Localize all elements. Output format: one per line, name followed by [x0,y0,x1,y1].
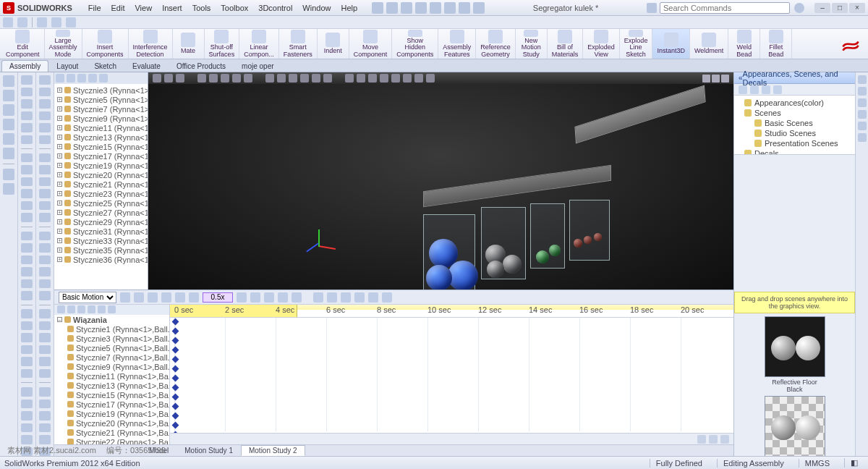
vp-icon[interactable] [403,74,412,83]
expand-icon[interactable]: + [57,191,62,196]
tool-icon[interactable] [21,435,33,444]
mt-icon[interactable] [292,292,302,303]
vp-icon[interactable] [312,74,320,83]
tool-icon[interactable] [3,183,14,195]
tool-icon[interactable] [39,255,51,265]
tool-icon[interactable] [21,387,33,397]
tool-icon[interactable] [39,123,51,132]
qr-icon[interactable] [37,17,47,28]
mt-calculate-icon[interactable] [134,292,144,303]
vp-icon[interactable] [197,74,206,83]
mtree-icon[interactable] [77,305,85,313]
tool-icon[interactable] [39,357,51,366]
tab-assembly[interactable]: Assembly [1,60,48,72]
mt-icon[interactable] [327,292,337,303]
qat-rebuild-icon[interactable] [459,2,470,14]
expand-icon[interactable]: + [57,97,62,102]
motion-item[interactable]: Stycznie21 (Rynna<1>,Ba... [54,428,169,437]
mt-play-start-icon[interactable] [148,292,158,303]
qat-new-icon[interactable] [372,2,383,14]
expand-icon[interactable]: + [57,172,62,177]
expand-icon[interactable]: + [57,125,62,130]
expand-icon[interactable]: + [57,182,62,187]
mt-icon[interactable] [341,292,351,303]
feature-item[interactable]: +Stycznie20 (Rynna<1... [54,170,148,179]
tool-icon[interactable] [39,213,51,222]
tool-icon[interactable] [39,201,51,211]
qat-redo-icon[interactable] [444,2,456,14]
tool-icon[interactable] [21,309,33,318]
tool-icon[interactable] [39,153,51,163]
motion-root[interactable]: –Wiązania [54,315,169,324]
vp-icon[interactable] [323,74,332,83]
tool-icon[interactable] [21,99,33,109]
tool-icon[interactable] [39,435,51,444]
appearances-tree[interactable]: Appearances(color)ScenesBasic ScenesStud… [734,96,855,155]
expand-icon[interactable]: + [57,163,62,168]
tool-icon[interactable] [39,321,51,331]
feature-item[interactable]: +Stycznie25 (Rynna<1... [54,198,148,208]
qat-options-icon[interactable] [473,2,485,14]
expand-icon[interactable]: + [57,153,62,159]
mt-icon[interactable] [250,292,260,303]
tool-icon[interactable] [39,75,51,85]
mt-icon[interactable] [368,292,378,303]
tool-icon[interactable] [39,232,51,241]
tool-icon[interactable] [39,387,51,397]
tool-icon[interactable] [21,177,33,187]
tool-icon[interactable] [21,88,33,97]
motion-item[interactable]: Stycznie19 (Rynna<1>,Ba... [54,409,169,418]
expand-icon[interactable]: + [57,116,62,121]
mt-icon[interactable] [278,292,288,303]
help-icon[interactable] [794,3,804,13]
mt-icon[interactable] [189,292,199,303]
expand-icon[interactable]: + [57,238,62,243]
tool-icon[interactable] [21,201,33,211]
expand-icon[interactable]: + [57,106,62,111]
tptab-icon[interactable] [858,87,867,96]
tool-icon[interactable] [3,104,14,116]
vp-icon[interactable] [277,74,286,83]
appearance-tree-item[interactable]: Scenes [737,108,852,118]
motion-item[interactable]: Stycznie11 (Rynna<1>,Ba... [54,371,169,381]
tool-icon[interactable] [39,279,51,289]
appearance-tree-item[interactable]: Appearances(color) [737,98,852,108]
feature-item[interactable]: +Stycznie33 (Rynna<1... [54,236,148,245]
motion-item[interactable]: Stycznie13 (Rynna<1>,Ba... [54,381,169,390]
feature-item[interactable]: +Stycznie21 (Rynna<1... [54,179,148,189]
feature-item[interactable]: +Stycznie11 (Rynna<1... [54,123,148,132]
tree-tab-icon[interactable] [99,74,108,83]
tool-icon[interactable] [21,400,33,409]
motion-item[interactable]: Stycznie5 (Rynna<1>,Ball... [54,343,169,352]
vp-icon[interactable] [368,74,377,83]
tool-icon[interactable] [39,400,51,409]
tool-icon[interactable] [39,99,51,109]
menu-toolbox[interactable]: Toolbox [216,2,252,14]
tool-icon[interactable] [21,369,33,379]
vp-icon[interactable] [414,74,423,83]
tool-icon[interactable] [21,279,33,289]
tool-icon[interactable] [21,447,33,457]
vp-icon[interactable] [357,74,365,83]
tool-icon[interactable] [39,345,51,355]
vp-icon[interactable] [345,74,354,83]
mt-icon[interactable] [313,292,323,303]
qat-save-icon[interactable] [401,2,412,14]
tool-icon[interactable] [3,133,14,145]
vp-icon[interactable] [391,74,400,83]
feature-item[interactable]: +Stycznie3 (Rynna<1>,E... [54,85,148,95]
ribbon-weldment[interactable]: Weldment [690,29,728,59]
timeline-ruler[interactable]: 0 sec2 sec4 sec6 sec8 sec10 sec12 sec14 … [170,305,733,318]
vp-icon[interactable] [176,74,184,83]
tptab-icon[interactable] [858,98,867,107]
expand-icon[interactable]: + [57,257,62,262]
window-close-icon[interactable]: × [849,3,865,13]
tool-icon[interactable] [21,75,33,85]
vp-icon[interactable] [265,74,274,83]
tool-icon[interactable] [21,232,33,241]
tool-icon[interactable] [39,177,51,187]
search-commands-input[interactable] [660,2,790,14]
tool-icon[interactable] [21,165,33,174]
window-minimize-icon[interactable]: – [814,3,830,13]
tab-sketch[interactable]: Sketch [86,60,124,72]
